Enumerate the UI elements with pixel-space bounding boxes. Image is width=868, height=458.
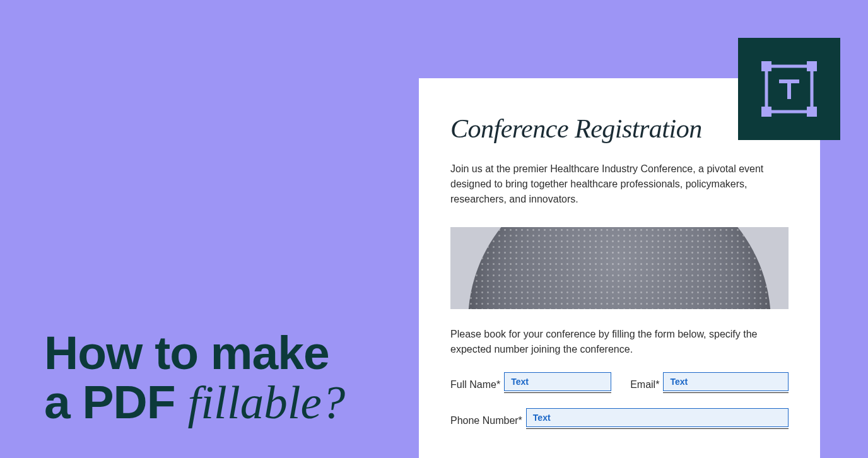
text-tool-badge[interactable] bbox=[738, 38, 840, 140]
full-name-input[interactable]: Text bbox=[504, 372, 611, 391]
headline-line-2: a PDF fillable? bbox=[44, 377, 345, 428]
form-row-1: Full Name* Text Email* Text bbox=[450, 372, 789, 393]
full-name-placeholder: Text bbox=[511, 377, 529, 387]
email-placeholder: Text bbox=[670, 377, 688, 387]
email-label: Email* bbox=[630, 379, 659, 393]
svg-rect-1 bbox=[807, 61, 817, 71]
phone-label: Phone Number* bbox=[450, 415, 522, 429]
svg-rect-2 bbox=[761, 107, 771, 117]
full-name-underline: Text bbox=[504, 372, 611, 393]
form-group-phone: Phone Number* Text bbox=[450, 408, 789, 429]
headline-scripty: fillable? bbox=[187, 376, 345, 428]
full-name-label: Full Name* bbox=[450, 379, 500, 393]
document-hero-image bbox=[450, 227, 789, 309]
headline-line-1: How to make bbox=[44, 328, 345, 378]
dome-graphic bbox=[468, 227, 771, 309]
text-frame-icon bbox=[758, 57, 821, 120]
document-instruction: Please book for your conference by filli… bbox=[450, 327, 789, 357]
phone-input[interactable]: Text bbox=[526, 408, 789, 427]
svg-rect-3 bbox=[807, 107, 817, 117]
form-group-email: Email* Text bbox=[630, 372, 789, 393]
email-input[interactable]: Text bbox=[663, 372, 789, 391]
page-headline: How to make a PDF fillable? bbox=[44, 328, 345, 428]
form-row-2: Phone Number* Text bbox=[450, 408, 789, 429]
document-description: Join us at the premier Healthcare Indust… bbox=[450, 161, 789, 207]
phone-placeholder: Text bbox=[533, 413, 551, 423]
headline-prefix: a PDF bbox=[44, 375, 187, 428]
svg-rect-0 bbox=[761, 61, 771, 71]
form-group-full-name: Full Name* Text bbox=[450, 372, 611, 393]
phone-underline: Text bbox=[526, 408, 789, 429]
email-underline: Text bbox=[663, 372, 789, 393]
